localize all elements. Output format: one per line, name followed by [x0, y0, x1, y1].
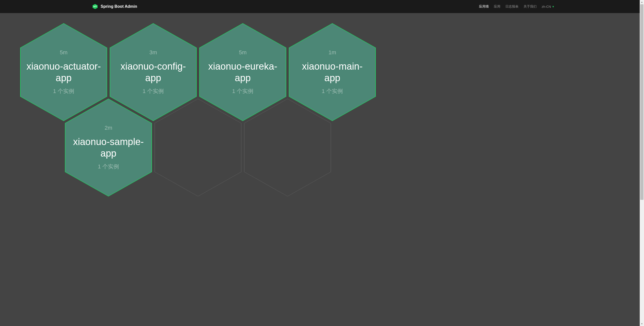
- empty-hexagon: [244, 99, 331, 197]
- empty-hexagon: [154, 99, 242, 197]
- brand[interactable]: Spring Boot Admin: [92, 4, 137, 10]
- app-uptime: 2m: [105, 125, 112, 131]
- app-name: xiaonuo-sample-app: [70, 136, 146, 159]
- app-name: xiaonuo-eureka-app: [205, 61, 281, 84]
- app-name: xiaonuo-actuator-app: [26, 61, 102, 84]
- app-uptime: 5m: [239, 49, 247, 56]
- nav-applications[interactable]: 应用: [494, 4, 500, 9]
- app-hexagon[interactable]: 2m xiaonuo-sample-app 1 个实例: [65, 99, 152, 197]
- app-name: xiaonuo-main-app: [294, 61, 370, 84]
- scrollbar-thumb[interactable]: [640, 4, 643, 200]
- language-label: zh-CN: [542, 5, 551, 9]
- app-instances: 1 个实例: [98, 163, 119, 170]
- language-selector[interactable]: zh-CN ▼: [542, 5, 554, 9]
- wallboard: 5m xiaonuo-actuator-app 1 个实例 3m xiaonuo…: [0, 13, 644, 207]
- app-uptime: 3m: [149, 49, 157, 56]
- chevron-down-icon: ▼: [552, 5, 554, 8]
- nav-wallboard[interactable]: 应用墙: [479, 4, 489, 9]
- app-name: xiaonuo-config-app: [115, 61, 191, 84]
- scroll-up-arrow[interactable]: ▲: [640, 0, 644, 4]
- navbar: Spring Boot Admin 应用墙 应用 日志报表 关于我们 zh-CN…: [0, 0, 644, 13]
- navbar-menu: 应用墙 应用 日志报表 关于我们 zh-CN ▼: [479, 4, 554, 9]
- brand-title: Spring Boot Admin: [101, 4, 137, 9]
- app-uptime: 1m: [329, 49, 336, 56]
- vertical-scrollbar[interactable]: ▲ ▼: [640, 0, 644, 207]
- app-instances: 1 个实例: [53, 87, 74, 95]
- nav-journal[interactable]: 日志报表: [505, 4, 518, 9]
- nav-about[interactable]: 关于我们: [524, 4, 537, 9]
- app-instances: 1 个实例: [322, 87, 343, 95]
- app-uptime: 5m: [60, 49, 68, 56]
- logo-icon: [92, 4, 98, 10]
- app-instances: 1 个实例: [143, 87, 164, 95]
- app-instances: 1 个实例: [232, 87, 253, 95]
